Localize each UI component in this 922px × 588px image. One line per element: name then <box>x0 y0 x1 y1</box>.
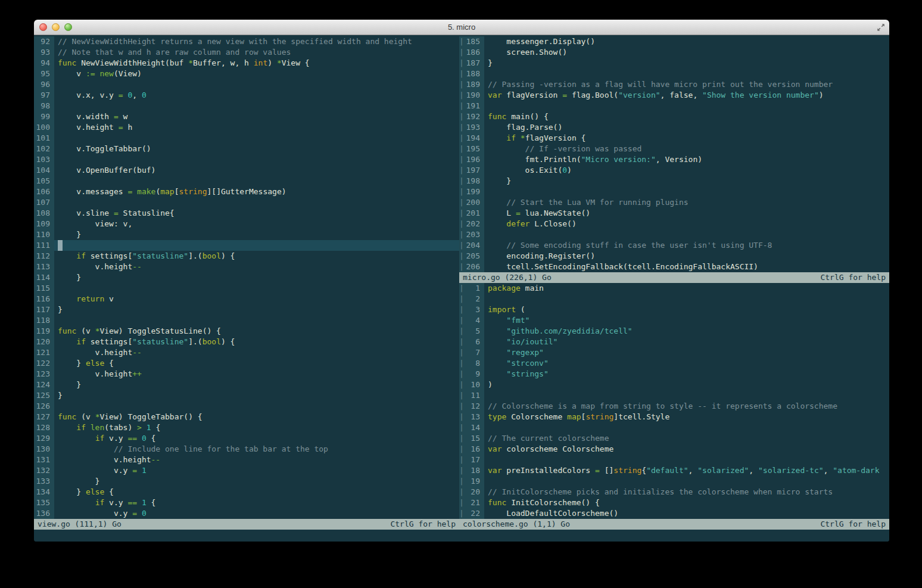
code-area-colorscheme-go[interactable]: |1package main|2|3import (|4 "fmt"|5 "gi… <box>459 283 889 519</box>
code-line[interactable]: 110 } <box>34 229 459 240</box>
code-line[interactable]: |197 os.Exit(0) <box>459 165 889 176</box>
code-line[interactable]: 115 <box>34 283 459 294</box>
code-line[interactable]: 108 v.sline = Statusline{ <box>34 208 459 219</box>
code-line[interactable]: 127func (v *View) ToggleTabbar() { <box>34 412 459 422</box>
code-line[interactable]: |189// Passing -version as a flag will h… <box>459 79 889 90</box>
code-line[interactable]: |19 <box>459 476 889 487</box>
code-line[interactable]: |4 "fmt" <box>459 315 889 326</box>
code-line[interactable]: |8 "strconv" <box>459 358 889 369</box>
code-line[interactable]: |2 <box>459 294 889 304</box>
code-line[interactable]: 112 if settings["statusline"].(bool) { <box>34 251 459 262</box>
code-line[interactable]: |204 // Some encoding stuff in case the … <box>459 240 889 251</box>
code-line[interactable]: 114 } <box>34 272 459 283</box>
code-line[interactable]: |205 encoding.Register() <box>459 251 889 262</box>
code-line[interactable]: 109 view: v, <box>34 219 459 229</box>
code-line[interactable]: |9 "strings" <box>459 369 889 379</box>
code-line[interactable]: 135 if v.y == 1 { <box>34 497 459 508</box>
code-line[interactable]: |190var flagVersion = flag.Bool("version… <box>459 90 889 101</box>
code-line[interactable]: 113 v.height-- <box>34 262 459 272</box>
code-line[interactable]: 107 <box>34 197 459 208</box>
code-line[interactable]: |203 <box>459 229 889 240</box>
code-line[interactable]: 118 <box>34 315 459 326</box>
code-line[interactable]: |206 tcell.SetEncodingFallback(tcell.Enc… <box>459 262 889 272</box>
code-line[interactable]: |16var colorscheme Colorscheme <box>459 444 889 455</box>
code-line[interactable]: |188 <box>459 69 889 79</box>
code-line[interactable]: 119func (v *View) ToggleStatusLine() { <box>34 326 459 337</box>
code-line[interactable]: |14 <box>459 422 889 433</box>
code-line[interactable]: |196 fmt.Println("Micro version:", Versi… <box>459 154 889 165</box>
code-line[interactable]: 129 if v.y == 0 { <box>34 433 459 444</box>
code-line[interactable]: 94func NewViewWidthHeight(buf *Buffer, w… <box>34 58 459 69</box>
code-line[interactable]: |13type Colorscheme map[string]tcell.Sty… <box>459 412 889 422</box>
code-line[interactable]: |17 <box>459 455 889 465</box>
code-line[interactable]: 106 v.messages = make(map[string][]Gutte… <box>34 186 459 197</box>
code-area-view-go[interactable]: 92// NewViewWidthHeight returns a new vi… <box>34 36 459 519</box>
code-line[interactable]: |201 L = lua.NewState() <box>459 208 889 219</box>
code-line[interactable]: |193 flag.Parse() <box>459 122 889 133</box>
code-line[interactable]: 101 <box>34 133 459 144</box>
code-line[interactable]: 125} <box>34 390 459 401</box>
line-number: 113 <box>34 262 54 272</box>
code-line[interactable]: 133 } <box>34 476 459 487</box>
code-line[interactable]: 98 <box>34 101 459 111</box>
code-line[interactable]: |21func InitColorscheme() { <box>459 497 889 508</box>
code-line[interactable]: |15// The current colorscheme <box>459 433 889 444</box>
window-titlebar[interactable]: 5. micro <box>34 20 889 35</box>
code-line[interactable]: 128 if len(tabs) > 1 { <box>34 422 459 433</box>
code-line[interactable]: 126 <box>34 401 459 412</box>
code-line[interactable]: 97 v.x, v.y = 0, 0 <box>34 90 459 101</box>
code-line[interactable]: 96 <box>34 79 459 90</box>
command-message-line[interactable] <box>34 530 889 542</box>
code-line[interactable]: 104 v.OpenBuffer(buf) <box>34 165 459 176</box>
minimize-button[interactable] <box>52 23 60 31</box>
code-line[interactable]: |3import ( <box>459 304 889 315</box>
code-line[interactable]: 131 v.height-- <box>34 455 459 465</box>
code-line[interactable]: 95 v := new(View) <box>34 69 459 79</box>
code-line[interactable]: |7 "regexp" <box>459 347 889 358</box>
code-line[interactable]: 132 v.y = 1 <box>34 465 459 476</box>
code-line[interactable]: |195 // If -version was passed <box>459 144 889 154</box>
code-line[interactable]: |11 <box>459 390 889 401</box>
code-line[interactable]: |22 LoadDefaultColorscheme() <box>459 508 889 519</box>
code-line[interactable]: 102 v.ToggleTabbar() <box>34 144 459 154</box>
code-line[interactable]: |192func main() { <box>459 111 889 122</box>
code-line[interactable]: 120 if settings["statusline"].(bool) { <box>34 337 459 347</box>
code-line[interactable]: |6 "io/ioutil" <box>459 337 889 347</box>
code-line[interactable]: 136 v.y = 0 <box>34 508 459 519</box>
code-line[interactable]: 100 v.height = h <box>34 122 459 133</box>
code-line[interactable]: 103 <box>34 154 459 165</box>
code-line[interactable]: 124 } <box>34 379 459 390</box>
code-line[interactable]: |199 <box>459 186 889 197</box>
close-button[interactable] <box>39 23 47 31</box>
code-line[interactable]: |5 "github.com/zyedidia/tcell" <box>459 326 889 337</box>
code-line[interactable]: |191 <box>459 101 889 111</box>
code-area-micro-go[interactable]: |185 messenger.Display()|186 screen.Show… <box>459 36 889 272</box>
code-line[interactable]: 111 <box>34 240 459 251</box>
code-line[interactable]: |12// Colorscheme is a map from string t… <box>459 401 889 412</box>
code-line[interactable]: |10) <box>459 379 889 390</box>
code-line[interactable]: |185 messenger.Display() <box>459 36 889 47</box>
code-line[interactable]: |202 defer L.Close() <box>459 219 889 229</box>
fullscreen-icon[interactable] <box>876 23 886 32</box>
code-line[interactable]: 116 return v <box>34 294 459 304</box>
code-line[interactable]: |18var preInstalledColors = []string{"de… <box>459 465 889 476</box>
code-line[interactable]: |198 } <box>459 176 889 186</box>
code-line[interactable]: 105 <box>34 176 459 186</box>
code-line[interactable]: 121 v.height-- <box>34 347 459 358</box>
code-line[interactable]: |1package main <box>459 283 889 294</box>
code-line[interactable]: 130 // Include one line for the tab bar … <box>34 444 459 455</box>
zoom-button[interactable] <box>64 23 72 31</box>
code-line[interactable]: 117} <box>34 304 459 315</box>
code-line[interactable]: |20// InitColorscheme picks and initiali… <box>459 487 889 497</box>
code-line[interactable]: 93// Note that w and h are raw column an… <box>34 47 459 58</box>
code-line[interactable]: |194 if *flagVersion { <box>459 133 889 144</box>
code-line[interactable]: |187} <box>459 58 889 69</box>
code-line[interactable]: |200 // Start the Lua VM for running plu… <box>459 197 889 208</box>
code-line[interactable]: |186 screen.Show() <box>459 47 889 58</box>
code-line[interactable]: 123 v.height++ <box>34 369 459 379</box>
code-line[interactable]: 134 } else { <box>34 487 459 497</box>
code-line[interactable]: 122 } else { <box>34 358 459 369</box>
split-view: 92// NewViewWidthHeight returns a new vi… <box>34 36 889 530</box>
code-line[interactable]: 99 v.width = w <box>34 111 459 122</box>
code-line[interactable]: 92// NewViewWidthHeight returns a new vi… <box>34 36 459 47</box>
